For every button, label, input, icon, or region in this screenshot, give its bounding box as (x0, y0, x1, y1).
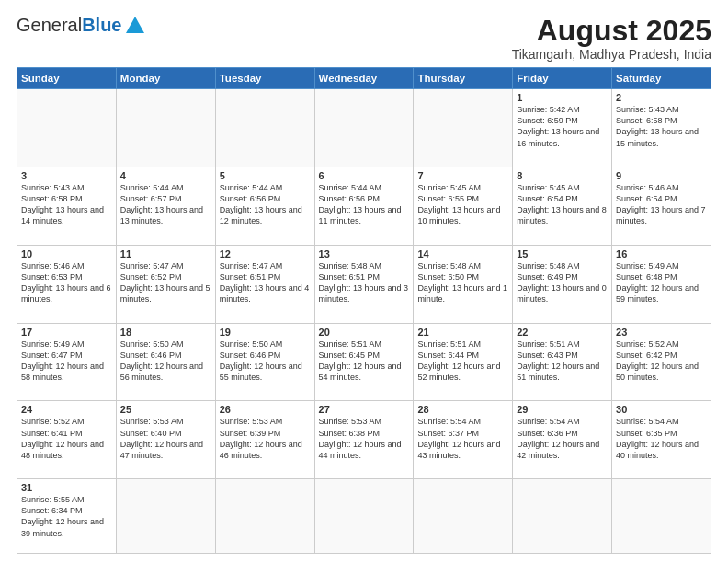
day-info: Sunrise: 5:47 AM Sunset: 6:51 PM Dayligh… (220, 260, 311, 305)
day-number: 17 (21, 327, 112, 338)
day-number: 7 (417, 170, 508, 181)
calendar-day-cell: 8Sunrise: 5:45 AM Sunset: 6:54 PM Daylig… (513, 167, 612, 245)
day-info: Sunrise: 5:53 AM Sunset: 6:40 PM Dayligh… (120, 416, 211, 461)
day-info: Sunrise: 5:43 AM Sunset: 6:58 PM Dayligh… (21, 182, 112, 227)
day-number: 15 (517, 248, 608, 259)
day-info: Sunrise: 5:52 AM Sunset: 6:41 PM Dayligh… (21, 416, 112, 461)
calendar-day-cell: 19Sunrise: 5:50 AM Sunset: 6:46 PM Dayli… (215, 323, 314, 401)
day-info: Sunrise: 5:53 AM Sunset: 6:38 PM Dayligh… (319, 416, 410, 461)
day-info: Sunrise: 5:49 AM Sunset: 6:48 PM Dayligh… (616, 260, 707, 305)
day-number: 27 (319, 404, 410, 415)
day-number: 4 (120, 170, 211, 181)
day-info: Sunrise: 5:42 AM Sunset: 6:59 PM Dayligh… (517, 104, 608, 149)
title-block: August 2025 Tikamgarh, Madhya Pradesh, I… (512, 15, 711, 62)
calendar-day-cell (215, 479, 314, 554)
day-number: 18 (120, 327, 211, 338)
day-of-week-header: Wednesday (314, 68, 414, 89)
calendar-day-cell: 6Sunrise: 5:44 AM Sunset: 6:56 PM Daylig… (314, 167, 414, 245)
day-info: Sunrise: 5:55 AM Sunset: 6:34 PM Dayligh… (21, 494, 112, 539)
day-number: 21 (417, 327, 508, 338)
logo-blue-text: Blue (82, 15, 121, 36)
day-number: 22 (517, 327, 608, 338)
calendar-week-row: 10Sunrise: 5:46 AM Sunset: 6:53 PM Dayli… (17, 245, 711, 323)
day-number: 25 (120, 404, 211, 415)
day-number: 12 (220, 248, 311, 259)
calendar-day-cell: 26Sunrise: 5:53 AM Sunset: 6:39 PM Dayli… (215, 401, 314, 479)
day-of-week-header: Monday (116, 68, 215, 89)
day-number: 28 (417, 404, 508, 415)
day-number: 29 (517, 404, 608, 415)
day-number: 13 (319, 248, 410, 259)
day-number: 8 (517, 170, 608, 181)
day-number: 26 (220, 404, 311, 415)
day-number: 6 (319, 170, 410, 181)
location-subtitle: Tikamgarh, Madhya Pradesh, India (512, 47, 711, 62)
calendar-day-cell: 14Sunrise: 5:48 AM Sunset: 6:50 PM Dayli… (414, 245, 513, 323)
calendar-day-cell: 2Sunrise: 5:43 AM Sunset: 6:58 PM Daylig… (612, 89, 711, 167)
day-info: Sunrise: 5:51 AM Sunset: 6:43 PM Dayligh… (517, 339, 608, 384)
calendar-day-cell (513, 479, 612, 554)
day-of-week-header: Sunday (17, 68, 117, 89)
day-number: 19 (220, 327, 311, 338)
day-info: Sunrise: 5:46 AM Sunset: 6:54 PM Dayligh… (616, 182, 707, 227)
day-info: Sunrise: 5:52 AM Sunset: 6:42 PM Dayligh… (616, 339, 707, 384)
calendar-day-cell: 31Sunrise: 5:55 AM Sunset: 6:34 PM Dayli… (17, 479, 117, 554)
day-info: Sunrise: 5:46 AM Sunset: 6:53 PM Dayligh… (21, 260, 112, 305)
calendar-day-cell: 4Sunrise: 5:44 AM Sunset: 6:57 PM Daylig… (116, 167, 215, 245)
calendar-day-cell: 30Sunrise: 5:54 AM Sunset: 6:35 PM Dayli… (612, 401, 711, 479)
calendar-day-cell: 3Sunrise: 5:43 AM Sunset: 6:58 PM Daylig… (17, 167, 117, 245)
day-info: Sunrise: 5:48 AM Sunset: 6:50 PM Dayligh… (417, 260, 508, 305)
day-of-week-header: Friday (513, 68, 612, 89)
page: General Blue August 2025 Tikamgarh, Madh… (0, 0, 728, 563)
calendar-day-cell: 29Sunrise: 5:54 AM Sunset: 6:36 PM Dayli… (513, 401, 612, 479)
day-info: Sunrise: 5:54 AM Sunset: 6:36 PM Dayligh… (517, 416, 608, 461)
day-number: 30 (616, 404, 707, 415)
calendar-day-cell (314, 89, 414, 167)
day-number: 24 (21, 404, 112, 415)
calendar-day-cell (414, 89, 513, 167)
day-number: 11 (120, 248, 211, 259)
calendar-day-cell (612, 479, 711, 554)
day-number: 31 (21, 482, 112, 493)
day-info: Sunrise: 5:50 AM Sunset: 6:46 PM Dayligh… (120, 339, 211, 384)
calendar-header-row: SundayMondayTuesdayWednesdayThursdayFrid… (17, 68, 711, 89)
day-info: Sunrise: 5:45 AM Sunset: 6:54 PM Dayligh… (517, 182, 608, 227)
day-of-week-header: Thursday (414, 68, 513, 89)
calendar-week-row: 31Sunrise: 5:55 AM Sunset: 6:34 PM Dayli… (17, 479, 711, 554)
day-number: 23 (616, 327, 707, 338)
calendar-week-row: 17Sunrise: 5:49 AM Sunset: 6:47 PM Dayli… (17, 323, 711, 401)
calendar-day-cell: 16Sunrise: 5:49 AM Sunset: 6:48 PM Dayli… (612, 245, 711, 323)
calendar-day-cell: 22Sunrise: 5:51 AM Sunset: 6:43 PM Dayli… (513, 323, 612, 401)
day-of-week-header: Saturday (612, 68, 711, 89)
day-info: Sunrise: 5:51 AM Sunset: 6:44 PM Dayligh… (417, 339, 508, 384)
day-info: Sunrise: 5:47 AM Sunset: 6:52 PM Dayligh… (120, 260, 211, 305)
day-number: 1 (517, 92, 608, 103)
calendar-table: SundayMondayTuesdayWednesdayThursdayFrid… (17, 67, 711, 554)
calendar-day-cell: 11Sunrise: 5:47 AM Sunset: 6:52 PM Dayli… (116, 245, 215, 323)
logo-triangle-icon (126, 17, 144, 33)
day-info: Sunrise: 5:45 AM Sunset: 6:55 PM Dayligh… (417, 182, 508, 227)
calendar-day-cell: 1Sunrise: 5:42 AM Sunset: 6:59 PM Daylig… (513, 89, 612, 167)
day-number: 2 (616, 92, 707, 103)
calendar-day-cell (116, 89, 215, 167)
calendar-day-cell: 24Sunrise: 5:52 AM Sunset: 6:41 PM Dayli… (17, 401, 117, 479)
calendar-day-cell: 10Sunrise: 5:46 AM Sunset: 6:53 PM Dayli… (17, 245, 117, 323)
day-info: Sunrise: 5:53 AM Sunset: 6:39 PM Dayligh… (220, 416, 311, 461)
calendar-day-cell (314, 479, 414, 554)
calendar-day-cell: 5Sunrise: 5:44 AM Sunset: 6:56 PM Daylig… (215, 167, 314, 245)
day-info: Sunrise: 5:49 AM Sunset: 6:47 PM Dayligh… (21, 339, 112, 384)
calendar-day-cell: 21Sunrise: 5:51 AM Sunset: 6:44 PM Dayli… (414, 323, 513, 401)
month-year-title: August 2025 (512, 15, 711, 47)
calendar-day-cell: 13Sunrise: 5:48 AM Sunset: 6:51 PM Dayli… (314, 245, 414, 323)
calendar-day-cell (116, 479, 215, 554)
day-info: Sunrise: 5:48 AM Sunset: 6:51 PM Dayligh… (319, 260, 410, 305)
day-of-week-header: Tuesday (215, 68, 314, 89)
day-number: 3 (21, 170, 112, 181)
day-number: 20 (319, 327, 410, 338)
day-number: 9 (616, 170, 707, 181)
calendar-day-cell: 12Sunrise: 5:47 AM Sunset: 6:51 PM Dayli… (215, 245, 314, 323)
calendar-day-cell (215, 89, 314, 167)
day-info: Sunrise: 5:44 AM Sunset: 6:56 PM Dayligh… (319, 182, 410, 227)
day-number: 5 (220, 170, 311, 181)
calendar-day-cell (414, 479, 513, 554)
